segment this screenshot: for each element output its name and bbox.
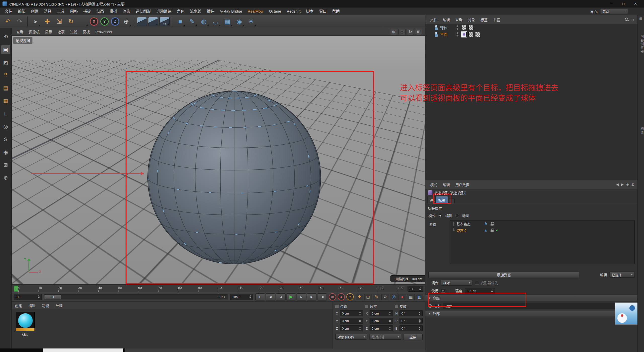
edit-radio-label[interactable]: 编辑 xyxy=(445,213,452,218)
lock-z-axis-button[interactable]: Z xyxy=(111,17,119,26)
coordinate-header[interactable]: 旋转 xyxy=(395,304,423,309)
object-tool-button[interactable]: ◍ xyxy=(198,16,209,27)
material-menu-item[interactable]: 编辑 xyxy=(25,303,39,308)
menu-item[interactable]: Redshift xyxy=(284,8,303,15)
end-frame-field[interactable]: 195 F xyxy=(230,294,253,300)
check-icon[interactable]: ✔ xyxy=(496,228,499,232)
lock-x-axis-button[interactable]: X xyxy=(90,17,98,26)
object-manager-menu-item[interactable]: 查看 xyxy=(453,17,465,22)
mode-toolbar-button[interactable]: ◉ xyxy=(1,148,10,157)
lock-icon[interactable] xyxy=(491,222,494,226)
transport-button[interactable]: ◂ xyxy=(276,293,286,300)
visibility-dots[interactable] xyxy=(457,32,458,36)
record-toggle[interactable]: ▦ xyxy=(407,294,415,300)
texture-tag-icon[interactable] xyxy=(462,25,467,30)
menu-item[interactable]: 插件 xyxy=(204,8,217,15)
animate-radio[interactable] xyxy=(455,214,459,217)
position-field[interactable]: 0 cm xyxy=(340,318,363,324)
material-menu-item[interactable]: 纹理 xyxy=(52,303,66,308)
search-icon[interactable] xyxy=(625,17,629,22)
object-tool-button[interactable]: ◡ xyxy=(210,16,221,27)
coordinate-mode-dropdown[interactable]: 对象 (相对)▾ xyxy=(335,334,367,340)
transport-button[interactable]: ▶ xyxy=(286,293,296,300)
menu-item[interactable]: RealFlow xyxy=(245,8,266,15)
mode-toolbar-button[interactable]: ⟲ xyxy=(1,32,10,41)
menu-item[interactable]: 帮助 xyxy=(330,8,343,15)
menu-item[interactable]: 模拟 xyxy=(107,8,120,15)
pose-morph-tag-icon[interactable] xyxy=(462,32,467,37)
texture-tag-icon[interactable] xyxy=(468,25,473,30)
home-icon[interactable]: ⌂ xyxy=(631,17,634,22)
viewport-menu-item[interactable]: 面板 xyxy=(80,28,93,36)
menu-item[interactable]: 流水线 xyxy=(187,8,204,15)
record-button[interactable]: ● xyxy=(338,293,345,300)
menu-item[interactable]: 捕捉 xyxy=(80,8,94,15)
transport-button[interactable]: ⇥ xyxy=(317,293,327,300)
attribute-nav-icon[interactable]: ⊠ xyxy=(631,183,634,186)
transport-button[interactable]: ⇤ xyxy=(255,293,265,300)
viewport-nav-icon[interactable]: ⊕ xyxy=(390,29,397,35)
object-tool-button[interactable]: ■ xyxy=(175,16,185,27)
timeline-slider[interactable]: 0 F 195 F xyxy=(44,294,228,299)
minimize-button[interactable]: ─ xyxy=(605,0,617,8)
render-view-button[interactable] xyxy=(137,17,147,26)
rotation-field[interactable]: 0 ° xyxy=(399,325,423,331)
blend-dropdown[interactable]: 相对▾ xyxy=(441,280,472,286)
edit-dropdown[interactable]: 已选择▾ xyxy=(610,272,635,278)
size-field[interactable]: 0 cm xyxy=(370,318,393,324)
attribute-menu-item[interactable]: 编辑 xyxy=(440,182,453,187)
attribute-nav-icon[interactable]: ◀ xyxy=(616,183,619,186)
undo-button[interactable]: ↶ xyxy=(3,16,13,27)
attribute-nav-icon[interactable]: ⊙ xyxy=(626,183,629,186)
timeline-ruler[interactable]: 0102030405060708090100110120130140150160… xyxy=(12,285,425,292)
menu-item[interactable]: 渲染 xyxy=(120,8,133,15)
timeline-slider-handle[interactable]: 0 F xyxy=(45,295,61,299)
attribute-menu-item[interactable]: 模式 xyxy=(427,182,440,187)
close-button[interactable]: ✕ xyxy=(629,0,641,8)
record-toggle[interactable]: ● xyxy=(398,294,406,300)
mode-toolbar-button[interactable]: ⊠ xyxy=(1,160,10,169)
coordinate-header[interactable]: 位置 xyxy=(335,304,363,309)
material-thumbnail[interactable] xyxy=(16,312,35,331)
menu-item[interactable]: 窗口 xyxy=(316,8,330,15)
attribute-menu-item[interactable]: 用户数据 xyxy=(453,182,472,187)
rotation-field[interactable]: 0 ° xyxy=(399,318,423,324)
record-toggle[interactable]: ↻ xyxy=(373,294,380,300)
edit-radio[interactable] xyxy=(438,214,442,217)
dock-grid-icon[interactable]: ▤ xyxy=(638,15,644,22)
scale-tool-button[interactable]: ⇲ xyxy=(54,16,64,27)
pose-row-base[interactable]: ├ 基本姿态 b xyxy=(450,221,634,227)
external-section-header[interactable]: 外部 xyxy=(425,310,638,317)
transport-button[interactable]: ► xyxy=(307,293,316,300)
object-row-plane[interactable]: 平面 xyxy=(425,31,638,38)
object-tool-button[interactable]: ☀ xyxy=(246,16,256,27)
record-button[interactable]: ⊕ xyxy=(329,293,336,300)
object-row-sphere[interactable]: 球体 xyxy=(425,24,638,31)
material-menu-item[interactable]: 功能 xyxy=(39,303,52,308)
menu-item[interactable]: Octane xyxy=(266,8,284,15)
pose-list[interactable]: ├ 基本姿态 b └ 姿态.0 a ✔ xyxy=(450,220,635,264)
position-field[interactable]: 0 cm xyxy=(340,325,363,331)
transport-button[interactable]: ▸ xyxy=(297,293,306,300)
menu-item[interactable]: 选择 xyxy=(41,8,54,15)
render-settings-button[interactable]: ⚙ xyxy=(159,17,170,26)
menu-item[interactable]: 网格 xyxy=(67,8,80,15)
mode-toolbar-button[interactable]: ∟ xyxy=(1,109,10,118)
timeline-marker[interactable] xyxy=(14,286,18,292)
object-manager-menu-item[interactable]: 书签 xyxy=(490,17,503,22)
preview-thumbnail[interactable] xyxy=(615,302,638,325)
maximize-button[interactable]: □ xyxy=(617,0,629,8)
apply-button[interactable]: 应用 xyxy=(403,334,423,340)
content-browser-tab[interactable]: 内容浏览器 xyxy=(638,25,644,63)
mode-toolbar-button[interactable]: ⊕ xyxy=(1,173,10,182)
mode-toolbar-button[interactable]: ▦ xyxy=(1,96,10,105)
menu-item[interactable]: 运动跟踪 xyxy=(153,8,174,15)
coordinate-header[interactable]: 尺寸 xyxy=(365,304,393,309)
visibility-dots[interactable] xyxy=(457,25,458,30)
record-toggle[interactable]: ▥ xyxy=(416,294,423,300)
attribute-nav-icon[interactable]: ▶ xyxy=(621,183,624,186)
move-tool-button[interactable]: ✚ xyxy=(42,16,53,27)
menu-item[interactable]: 工具 xyxy=(54,8,67,15)
menu-item[interactable]: 角色 xyxy=(174,8,187,15)
record-toggle[interactable]: Ⓟ xyxy=(390,294,397,300)
